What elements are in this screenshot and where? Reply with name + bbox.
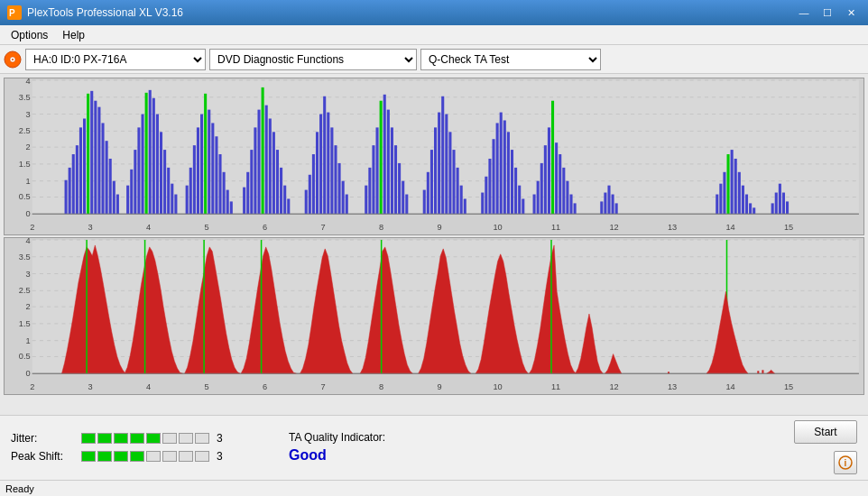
svg-text:7: 7 xyxy=(321,223,326,232)
svg-rect-60 xyxy=(149,90,152,214)
svg-rect-56 xyxy=(134,150,136,214)
svg-rect-50 xyxy=(106,141,108,214)
svg-rect-40 xyxy=(69,168,71,214)
info-button[interactable]: i xyxy=(834,451,857,474)
svg-rect-120 xyxy=(430,150,433,214)
svg-rect-163 xyxy=(731,150,734,214)
svg-rect-52 xyxy=(113,181,115,215)
svg-text:13: 13 xyxy=(668,382,677,391)
jitter-cell-5 xyxy=(146,433,161,444)
svg-rect-61 xyxy=(152,98,155,215)
svg-text:2: 2 xyxy=(26,142,31,152)
svg-rect-135 xyxy=(500,113,503,215)
svg-text:0.5: 0.5 xyxy=(19,353,31,362)
menu-bar: Options Help xyxy=(0,25,868,45)
top-chart: 4 3.5 3 2.5 2 1.5 1 0.5 0 2 3 4 5 6 7 8 … xyxy=(4,78,864,235)
svg-rect-114 xyxy=(394,145,397,214)
svg-rect-123 xyxy=(441,96,444,214)
svg-rect-54 xyxy=(126,186,129,215)
quality-indicator-label: TA Quality Indicator: xyxy=(289,431,385,444)
minimize-button[interactable]: — xyxy=(794,5,814,21)
svg-rect-47 xyxy=(94,101,97,215)
svg-rect-139 xyxy=(514,168,517,214)
svg-rect-111 xyxy=(383,95,386,214)
start-button[interactable]: Start xyxy=(794,420,857,444)
svg-rect-90 xyxy=(276,150,279,214)
svg-rect-147 xyxy=(551,101,554,215)
svg-text:15: 15 xyxy=(784,382,793,391)
svg-text:6: 6 xyxy=(263,382,267,391)
svg-rect-71 xyxy=(197,127,199,214)
status-bar: Ready xyxy=(0,480,868,496)
svg-rect-76 xyxy=(215,136,217,214)
svg-rect-102 xyxy=(334,145,337,214)
svg-rect-157 xyxy=(612,195,614,215)
maximize-button[interactable]: ☐ xyxy=(817,5,837,21)
svg-rect-48 xyxy=(97,107,100,215)
svg-rect-151 xyxy=(566,181,568,215)
svg-rect-173 xyxy=(782,193,785,215)
svg-rect-66 xyxy=(171,184,173,215)
svg-rect-96 xyxy=(312,154,315,214)
bottom-chart: 4 3.5 3 2.5 2 1.5 1 0.5 0 2 3 4 5 6 7 8 … xyxy=(4,237,864,395)
svg-text:2: 2 xyxy=(26,302,31,311)
peak-cell-6 xyxy=(162,451,177,462)
svg-rect-130 xyxy=(481,193,484,215)
svg-rect-107 xyxy=(368,168,371,214)
svg-rect-138 xyxy=(511,150,513,214)
peak-shift-value: 3 xyxy=(217,450,235,463)
svg-rect-167 xyxy=(745,195,748,215)
svg-rect-154 xyxy=(600,201,603,214)
svg-rect-62 xyxy=(156,115,159,215)
svg-rect-55 xyxy=(130,170,133,214)
svg-rect-41 xyxy=(72,154,75,214)
jitter-cell-4 xyxy=(130,433,144,444)
svg-text:0: 0 xyxy=(26,209,31,218)
svg-rect-101 xyxy=(330,127,333,214)
title-bar: P PlexTools Professional XL V3.16 — ☐ ✕ xyxy=(0,0,868,25)
svg-text:4: 4 xyxy=(26,78,31,86)
svg-text:0.5: 0.5 xyxy=(19,193,31,202)
svg-rect-70 xyxy=(193,145,196,214)
menu-help[interactable]: Help xyxy=(55,27,92,43)
svg-rect-42 xyxy=(76,145,78,214)
svg-rect-136 xyxy=(503,120,506,214)
jitter-cell-6 xyxy=(162,433,177,444)
svg-rect-59 xyxy=(145,93,148,214)
menu-options[interactable]: Options xyxy=(4,27,55,43)
svg-rect-105 xyxy=(346,195,348,215)
svg-rect-65 xyxy=(167,168,170,214)
close-button[interactable]: ✕ xyxy=(841,5,861,21)
svg-rect-92 xyxy=(283,186,286,215)
svg-rect-82 xyxy=(246,172,249,214)
svg-rect-126 xyxy=(452,150,455,214)
svg-rect-80 xyxy=(230,201,233,214)
svg-rect-83 xyxy=(250,150,253,214)
svg-rect-85 xyxy=(257,110,260,215)
drive-select[interactable]: HA:0 ID:0 PX-716A xyxy=(25,49,206,70)
svg-rect-155 xyxy=(604,193,606,215)
svg-rect-73 xyxy=(204,94,207,214)
svg-rect-68 xyxy=(186,186,189,215)
svg-text:9: 9 xyxy=(438,382,442,391)
svg-text:3: 3 xyxy=(26,270,31,279)
function-select[interactable]: DVD Diagnostic Functions xyxy=(209,49,417,70)
status-text: Ready xyxy=(5,483,34,494)
svg-text:8: 8 xyxy=(379,382,383,391)
peak-cell-7 xyxy=(179,451,193,462)
svg-text:5: 5 xyxy=(205,382,209,391)
svg-rect-134 xyxy=(496,123,499,214)
svg-rect-171 xyxy=(775,193,778,215)
toolbar: HA:0 ID:0 PX-716A DVD Diagnostic Functio… xyxy=(0,45,868,74)
svg-rect-97 xyxy=(316,132,319,214)
svg-text:7: 7 xyxy=(321,382,326,391)
svg-text:12: 12 xyxy=(609,382,618,391)
test-select[interactable]: Q-Check TA Test xyxy=(420,49,601,70)
svg-rect-142 xyxy=(533,195,536,215)
svg-text:11: 11 xyxy=(551,382,560,391)
bottom-panel: Jitter: 3 Peak Shift: xyxy=(0,415,868,478)
svg-rect-74 xyxy=(208,110,210,215)
svg-rect-161 xyxy=(723,172,725,214)
svg-text:P: P xyxy=(9,8,15,18)
svg-text:14: 14 xyxy=(725,382,734,391)
